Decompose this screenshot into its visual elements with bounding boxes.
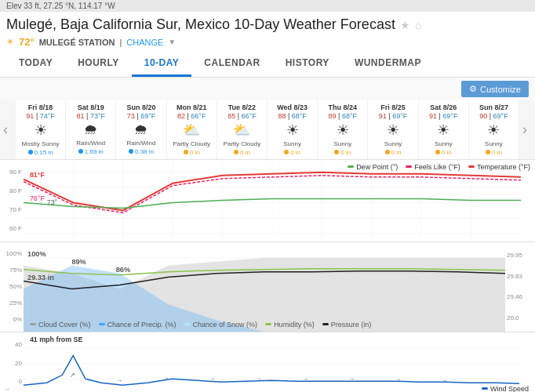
precip-amount: 0 in bbox=[391, 149, 402, 156]
precip-amount: 0 in bbox=[240, 149, 250, 156]
forecast-condition: Sunny bbox=[269, 140, 315, 148]
forecast-date: Sat 8/26 bbox=[420, 103, 467, 111]
forecast-date: Sun 8/20 bbox=[118, 103, 164, 111]
forecast-date: Thu 8/24 bbox=[319, 103, 366, 111]
temperature-chart-wrapper: 90 F 80 F 70 F 60 F bbox=[0, 160, 535, 242]
star-icon[interactable]: ★ bbox=[400, 19, 410, 31]
charts-area: 90 F 80 F 70 F 60 F bbox=[0, 160, 535, 392]
tab-hourly[interactable]: HOURLY bbox=[65, 51, 132, 77]
forecast-day[interactable]: Fri 8/18 91 | 74°F ☀ Mostly Sunny 0.15 i… bbox=[16, 100, 66, 159]
nav-tabs: TODAY HOURLY 10-DAY CALENDAR HISTORY WUN… bbox=[0, 51, 535, 78]
precip-amount: 0 in bbox=[340, 149, 351, 156]
elevation-bar: Elev 33 ft, 27.25 °N, 114.17 °W bbox=[0, 0, 535, 12]
precip-dot bbox=[28, 150, 33, 154]
tab-wundermap[interactable]: WUNDERMAP bbox=[342, 51, 434, 77]
pressure-y-axis: 29.95 29.83 29.46 20.0 bbox=[505, 242, 535, 332]
weather-icon: ☀ bbox=[269, 122, 315, 139]
svg-text:81°F: 81°F bbox=[30, 170, 45, 178]
tab-history[interactable]: HISTORY bbox=[273, 51, 342, 77]
forecast-day[interactable]: Fri 8/25 91 | 69°F ☀ Sunny 0 in bbox=[368, 100, 418, 159]
weather-icon: ☀ bbox=[319, 122, 366, 139]
temp-y-label-70: 70 F bbox=[2, 206, 22, 213]
forecast-hi: 88 bbox=[278, 112, 286, 120]
forecast-condition: Sunny bbox=[319, 140, 366, 148]
temp-legend: Dew Point (°) Feels Like (°F) Temperatur… bbox=[348, 163, 530, 171]
prev-arrow[interactable]: ‹ bbox=[0, 100, 16, 159]
precip-y-100: 100% bbox=[2, 250, 22, 257]
legend-feelslike: Feels Like (°F) bbox=[406, 163, 460, 171]
weather-icon: 🌧 bbox=[118, 122, 164, 138]
tab-10day[interactable]: 10-DAY bbox=[132, 51, 192, 77]
legend-dot-precip-chance bbox=[99, 323, 105, 325]
sun-icon: ☀ bbox=[6, 37, 14, 47]
home-icon[interactable]: ⌂ bbox=[415, 19, 421, 31]
dropdown-arrow[interactable]: ▼ bbox=[168, 38, 176, 46]
legend-humidity: Humidity (%) bbox=[265, 321, 315, 328]
precip-y-0: 0% bbox=[2, 316, 22, 323]
station-name[interactable]: MULEGÉ STATION bbox=[39, 38, 115, 47]
precip-y-75: 75% bbox=[2, 267, 22, 274]
gear-icon: ⚙ bbox=[469, 84, 477, 94]
forecast-day[interactable]: Sat 8/19 81 | 73°F 🌧 Rain/Wind 1.69 in bbox=[66, 100, 116, 159]
forecast-date: Tue 8/22 bbox=[219, 103, 265, 111]
forecast-hi: 91 bbox=[26, 112, 34, 120]
pressure-y-top: 29.95 bbox=[507, 252, 533, 259]
forecast-day[interactable]: Tue 8/22 85 | 66°F ⛅ Partly Cloudy 0 in bbox=[217, 100, 268, 159]
wind-svg: ↗ → → → → → → → → 41 mph from SE bbox=[24, 332, 519, 392]
forecast-day[interactable]: Sun 8/20 73 | 69°F 🌧 Rain/Wind 0.38 in bbox=[116, 100, 166, 159]
svg-text:↗: ↗ bbox=[70, 372, 75, 379]
legend-temp: Temperature (°F) bbox=[468, 163, 530, 171]
forecast-precip: 0 in bbox=[319, 149, 366, 156]
forecast-day[interactable]: Sat 8/26 91 | 69°F ☀ Sunny 0 in bbox=[419, 100, 469, 159]
tab-calendar[interactable]: CALENDAR bbox=[191, 51, 272, 77]
forecast-strip: ‹ Fri 8/18 91 | 74°F ☀ Mostly Sunny 0.15… bbox=[0, 100, 535, 160]
precip-dot bbox=[486, 150, 490, 154]
legend-dot-dewpoint bbox=[348, 165, 354, 168]
svg-text:→: → bbox=[209, 376, 216, 383]
customize-button[interactable]: ⚙ Customize bbox=[461, 81, 529, 97]
forecast-lo: 69°F bbox=[392, 112, 407, 120]
temperature-svg: 81°F 76°F 73° bbox=[24, 160, 521, 241]
precip-dot bbox=[334, 150, 339, 154]
svg-text:86%: 86% bbox=[116, 265, 130, 273]
precip-svg: 100% 89% 86% 29.33 in bbox=[24, 242, 505, 332]
forecast-date: Sat 8/19 bbox=[67, 103, 114, 111]
precip-dot bbox=[129, 149, 133, 154]
precip-amount: 0.38 in bbox=[135, 148, 154, 155]
tab-today[interactable]: TODAY bbox=[6, 51, 65, 77]
forecast-condition: Sunny bbox=[369, 140, 416, 148]
temp-y-label-60: 60 F bbox=[2, 225, 22, 232]
weather-icon: ☀ bbox=[17, 122, 64, 139]
forecast-precip: 1.69 in bbox=[67, 148, 114, 155]
forecast-lo: 74°F bbox=[40, 112, 55, 120]
page-title: Mulegé, Baja California Sur, Mexico 10-D… bbox=[6, 16, 395, 33]
precip-amount: 1.69 in bbox=[85, 148, 104, 155]
forecast-day[interactable]: Mon 8/21 82 | 66°F ⛅ Partly Cloudy 0 in bbox=[167, 100, 217, 159]
precip-y-25: 25% bbox=[2, 299, 22, 307]
forecast-day[interactable]: Wed 8/23 88 | 68°F ☀ Sunny 0 in bbox=[268, 100, 318, 159]
forecast-precip: 0 in bbox=[420, 149, 467, 156]
weather-icon: 🌧 bbox=[67, 122, 114, 138]
forecast-precip: 0 in bbox=[471, 149, 517, 156]
next-arrow[interactable]: › bbox=[519, 100, 535, 159]
wind-legend: Wind Speed bbox=[482, 385, 529, 392]
forecast-day[interactable]: Sun 8/27 90 | 69°F ☀ Sunny 0 in bbox=[469, 100, 519, 159]
forecast-hi: 91 bbox=[429, 112, 437, 120]
wind-arrow-indicator: → bbox=[3, 385, 10, 392]
change-link[interactable]: CHANGE bbox=[126, 38, 163, 47]
forecast-hi: 81 bbox=[77, 112, 85, 120]
precip-dot bbox=[184, 150, 188, 154]
forecast-condition: Rain/Wind bbox=[118, 140, 164, 147]
forecast-day[interactable]: Thu 8/24 89 | 68°F ☀ Sunny 0 in bbox=[318, 100, 368, 159]
svg-text:→: → bbox=[395, 376, 402, 383]
svg-text:→: → bbox=[349, 376, 355, 383]
forecast-lo: 66°F bbox=[242, 112, 257, 120]
forecast-condition: Partly Cloudy bbox=[219, 140, 265, 148]
pressure-y-mid1: 29.83 bbox=[507, 273, 533, 280]
precip-y-50: 50% bbox=[2, 283, 22, 290]
pressure-y-mid2: 29.46 bbox=[507, 293, 533, 300]
precip-dot bbox=[284, 150, 289, 154]
legend-dot-snow bbox=[184, 323, 191, 325]
forecast-date: Fri 8/25 bbox=[369, 103, 416, 111]
svg-text:89%: 89% bbox=[71, 257, 86, 265]
